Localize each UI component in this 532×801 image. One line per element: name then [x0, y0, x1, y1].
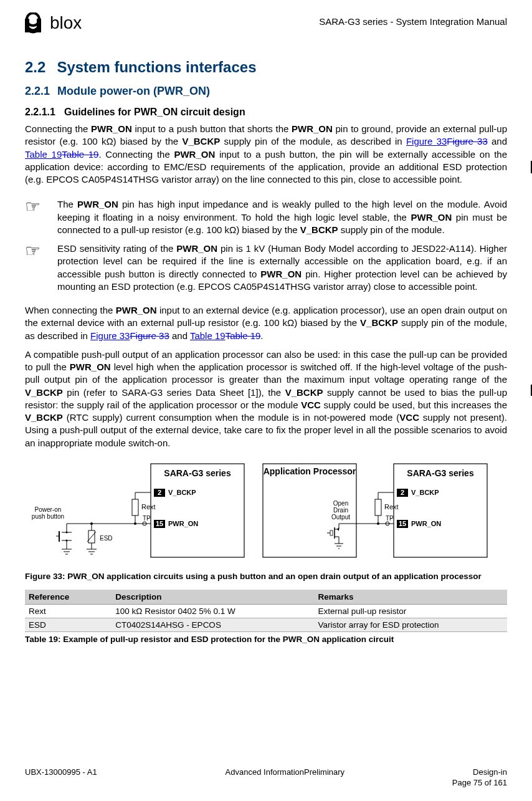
- section-heading: 2.2System functions interfaces: [25, 59, 507, 76]
- svg-rect-58: [330, 530, 333, 535]
- reference-table: Reference Description Remarks Rext 100 k…: [25, 590, 507, 632]
- table-header: Description: [112, 590, 314, 605]
- svg-text:PWR_ON: PWR_ON: [168, 520, 198, 527]
- svg-text:2: 2: [158, 489, 161, 496]
- table-19-link-2-old[interactable]: Table 19: [226, 330, 261, 341]
- svg-text:V_BCKP: V_BCKP: [411, 489, 439, 496]
- figure-33-link-old[interactable]: Figure 33: [447, 136, 487, 146]
- table-19-link[interactable]: Table 19: [25, 149, 62, 160]
- figure-33-link-2-old[interactable]: Figure 33: [130, 330, 169, 341]
- figure-33-link[interactable]: Figure 33: [406, 136, 447, 146]
- subsection-number: 2.2.1: [25, 85, 50, 97]
- footer-right: Design-in: [473, 767, 507, 777]
- svg-text:TP: TP: [386, 515, 394, 522]
- page-number: Page 75 of 161: [25, 778, 507, 787]
- paragraph-3: A compatible push-pull output of an appl…: [25, 348, 507, 449]
- page-footer: UBX-13000995 - A1 Advanced InformationPr…: [25, 767, 507, 787]
- svg-text:SARA-G3 series: SARA-G3 series: [164, 468, 231, 478]
- svg-text:Rext: Rext: [384, 503, 399, 511]
- svg-point-25: [66, 531, 68, 533]
- document-title: SARA-G3 series - System Integration Manu…: [319, 12, 507, 27]
- subsection-title: Module power-on (PWR_ON): [57, 85, 210, 97]
- logo-text: blox: [50, 13, 82, 33]
- table-header: Remarks: [314, 590, 507, 605]
- svg-text:Output: Output: [331, 514, 350, 520]
- pointing-hand-icon: ☞: [25, 242, 57, 260]
- pointing-hand-icon: ☞: [25, 198, 57, 216]
- footer-doc-id: UBX-13000995 - A1: [25, 767, 97, 777]
- note-2: ☞ ESD sensitivity rating of the PWR_ON p…: [25, 242, 507, 293]
- svg-text:PWR_ON: PWR_ON: [411, 520, 441, 527]
- table-row: Rext 100 kΩ Resistor 0402 5% 0.1 W Exter…: [25, 604, 507, 618]
- table-header: Reference: [25, 590, 112, 605]
- svg-point-75: [377, 522, 379, 525]
- svg-text:2: 2: [401, 489, 404, 496]
- svg-point-26: [66, 539, 68, 541]
- section-number: 2.2: [25, 59, 45, 75]
- table-caption: Table 19: Example of pull-up resistor an…: [25, 635, 507, 644]
- page-header: blox SARA-G3 series - System Integration…: [25, 12, 507, 34]
- subsubsection-title: Guidelines for PWR_ON circuit design: [64, 107, 245, 117]
- ublox-logo: blox: [25, 12, 82, 34]
- note-1: ☞ The PWR_ON pin has high input impedanc…: [25, 198, 507, 236]
- svg-rect-69: [375, 499, 381, 516]
- subsubsection-number: 2.2.1.1: [25, 107, 55, 117]
- paragraph-2: When connecting the PWR_ON input to an e…: [25, 304, 507, 342]
- figure-caption: Figure 33: PWR_ON application circuits u…: [25, 572, 507, 581]
- svg-text:Rext: Rext: [141, 503, 156, 511]
- svg-rect-13: [132, 499, 138, 516]
- paragraph-1: Connecting the PWR_ON input to a push bu…: [25, 123, 507, 186]
- figure-33-link-2[interactable]: Figure 33: [90, 330, 130, 341]
- table-row: ESD CT0402S14AHSG - EPCOS Varistor array…: [25, 618, 507, 631]
- svg-point-19: [134, 522, 136, 525]
- table-19-link-old[interactable]: Table 19: [62, 149, 98, 160]
- svg-text:Open: Open: [333, 500, 348, 507]
- svg-text:SARA-G3 series: SARA-G3 series: [407, 468, 474, 478]
- svg-text:Application Processor: Application Processor: [264, 466, 356, 476]
- figure-33: SARA-G3 series 2 V_BCKP 15 PWR_ON Rext T…: [25, 461, 507, 567]
- subsection-heading: 2.2.1Module power-on (PWR_ON): [25, 85, 507, 98]
- table-19-link-2[interactable]: Table 19: [190, 330, 226, 341]
- svg-text:V_BCKP: V_BCKP: [168, 489, 196, 496]
- svg-text:Drain: Drain: [333, 507, 348, 514]
- subsubsection-heading: 2.2.1.1Guidelines for PWR_ON circuit des…: [25, 107, 507, 118]
- svg-text:15: 15: [156, 520, 163, 527]
- svg-text:ESD: ESD: [100, 535, 113, 542]
- svg-text:Power-on: Power-on: [35, 506, 62, 513]
- footer-center: Advanced InformationPreliminary: [226, 767, 344, 777]
- svg-text:15: 15: [399, 520, 406, 527]
- svg-text:push button: push button: [32, 513, 64, 520]
- svg-text:TP: TP: [143, 515, 151, 522]
- section-title: System functions interfaces: [57, 59, 256, 75]
